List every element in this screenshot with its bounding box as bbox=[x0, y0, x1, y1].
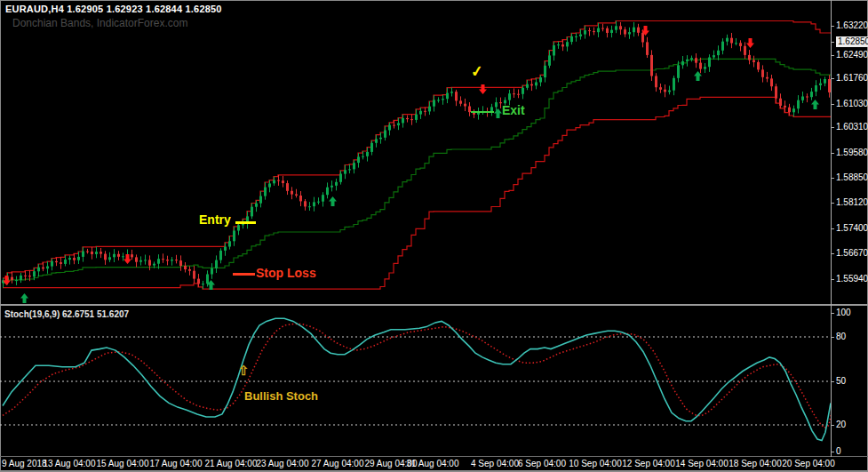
bull-candle bbox=[548, 55, 551, 65]
bear-candle bbox=[197, 279, 200, 284]
bull-candle bbox=[815, 85, 817, 92]
bear-candle bbox=[513, 93, 515, 94]
bull-candle bbox=[402, 118, 404, 124]
time-axis[interactable]: 9 Aug 201813 Aug 04:0015 Aug 04:0017 Aug… bbox=[0, 457, 868, 470]
bear-candle bbox=[24, 276, 27, 276]
bull-candle bbox=[824, 79, 826, 84]
stochastic-pane[interactable]: Stoch(19,6,9) 62.6751 51.6207 bbox=[0, 307, 868, 455]
bear-candle bbox=[784, 106, 786, 108]
entry-label: Entry bbox=[199, 212, 231, 227]
candles-group bbox=[2, 21, 831, 290]
bull-candle bbox=[153, 264, 155, 266]
bull-candle bbox=[379, 138, 382, 140]
bull-candle bbox=[615, 26, 617, 29]
bull-candle bbox=[539, 77, 542, 82]
bullish-stoch-label: Bullish Stoch bbox=[244, 389, 318, 403]
bull-candle bbox=[433, 100, 435, 106]
bull-candle bbox=[15, 280, 18, 281]
bull-candle bbox=[370, 143, 373, 152]
indicator-subtitle: Donchian Bands, IndicatorForex.com bbox=[12, 17, 187, 29]
bull-candle bbox=[228, 241, 231, 246]
bull-candle bbox=[113, 254, 115, 258]
bear-candle bbox=[193, 271, 195, 279]
bull-candle bbox=[797, 100, 800, 109]
bull-candle bbox=[575, 36, 577, 37]
time-axis-label: 17 Aug 04:00 bbox=[150, 459, 203, 468]
bull-candle bbox=[348, 169, 351, 170]
bear-candle bbox=[775, 86, 777, 99]
bear-candle bbox=[100, 252, 102, 253]
bear-candle bbox=[11, 277, 13, 280]
time-axis-label: 15 Aug 04:00 bbox=[97, 459, 149, 468]
bear-candle bbox=[162, 259, 164, 260]
stoch-axis-tick bbox=[831, 337, 834, 338]
buy-arrow-icon bbox=[329, 194, 337, 210]
sell-arrow-icon bbox=[123, 252, 131, 268]
bear-candle bbox=[188, 269, 191, 271]
bull-candle bbox=[792, 108, 795, 112]
bull-candle bbox=[313, 202, 315, 206]
bear-candle bbox=[455, 92, 458, 100]
bear-candle bbox=[637, 28, 640, 33]
main-chart-pane[interactable]: EURAUD,H4 1.62905 1.62923 1.62844 1.6285… bbox=[0, 0, 868, 304]
bear-candle bbox=[757, 62, 760, 70]
bear-candle bbox=[753, 60, 755, 62]
bull-candle bbox=[219, 251, 222, 260]
bull-candle bbox=[428, 107, 431, 112]
bull-candle bbox=[330, 186, 333, 188]
sell-arrow-icon bbox=[479, 82, 487, 98]
bull-candle bbox=[446, 93, 449, 100]
bear-candle bbox=[282, 180, 284, 183]
bear-candle bbox=[730, 38, 733, 44]
bear-candle bbox=[806, 97, 808, 98]
time-axis-label: 18 Sep 04:00 bbox=[729, 459, 782, 468]
symbol-ohlc-header: EURAUD,H4 1.62905 1.62923 1.62844 1.6285… bbox=[5, 4, 222, 14]
time-axis-label: 12 Sep 04:00 bbox=[622, 459, 675, 468]
bear-candle bbox=[166, 260, 169, 260]
bear-candle bbox=[179, 260, 182, 266]
bull-candle bbox=[633, 28, 635, 33]
bull-candle bbox=[322, 195, 324, 202]
bear-candle bbox=[91, 252, 93, 254]
bull-candle bbox=[344, 170, 346, 173]
bull-candle bbox=[677, 65, 680, 78]
time-axis-label: 9 Aug 2018 bbox=[2, 459, 47, 468]
pane-separator[interactable] bbox=[0, 304, 868, 306]
stoch-axis-label: 0 bbox=[836, 446, 841, 457]
bull-candle bbox=[139, 260, 142, 262]
bull-candle bbox=[801, 97, 804, 100]
bear-candle bbox=[424, 111, 426, 112]
bull-candle bbox=[353, 163, 355, 169]
bull-candle bbox=[735, 43, 737, 44]
bull-candle bbox=[544, 66, 546, 77]
time-axis-label: 27 Aug 04:00 bbox=[312, 459, 364, 468]
bull-candle bbox=[362, 156, 364, 157]
bull-candle bbox=[144, 260, 147, 260]
bull-candle bbox=[721, 42, 724, 51]
bear-candle bbox=[695, 58, 697, 63]
bull-candle bbox=[95, 252, 98, 254]
bull-candle bbox=[526, 84, 529, 88]
stoch-axis-tick bbox=[831, 425, 834, 426]
buy-arrow-icon bbox=[694, 68, 702, 84]
bear-candle bbox=[761, 69, 764, 76]
stoch-axis[interactable]: 1008050200 bbox=[832, 0, 868, 455]
time-axis-label: 6 Sep 04:00 bbox=[518, 459, 566, 468]
bull-candle bbox=[557, 44, 560, 45]
bear-candle bbox=[42, 268, 44, 269]
bull-candle bbox=[437, 100, 440, 100]
bull-candle bbox=[704, 67, 706, 68]
bull-candle bbox=[233, 231, 235, 242]
bull-candle bbox=[628, 32, 631, 34]
stoch-axis-tick bbox=[831, 313, 834, 314]
entry-line bbox=[235, 221, 256, 224]
bull-candle bbox=[211, 268, 213, 275]
bull-candle bbox=[442, 99, 444, 100]
stop-loss-line bbox=[233, 273, 255, 276]
bull-candle bbox=[686, 60, 689, 61]
bear-candle bbox=[593, 31, 595, 32]
bull-candle bbox=[553, 45, 555, 56]
bull-candle bbox=[202, 284, 204, 284]
bull-candle bbox=[681, 61, 684, 65]
time-axis-label: 21 Aug 04:00 bbox=[205, 459, 258, 468]
